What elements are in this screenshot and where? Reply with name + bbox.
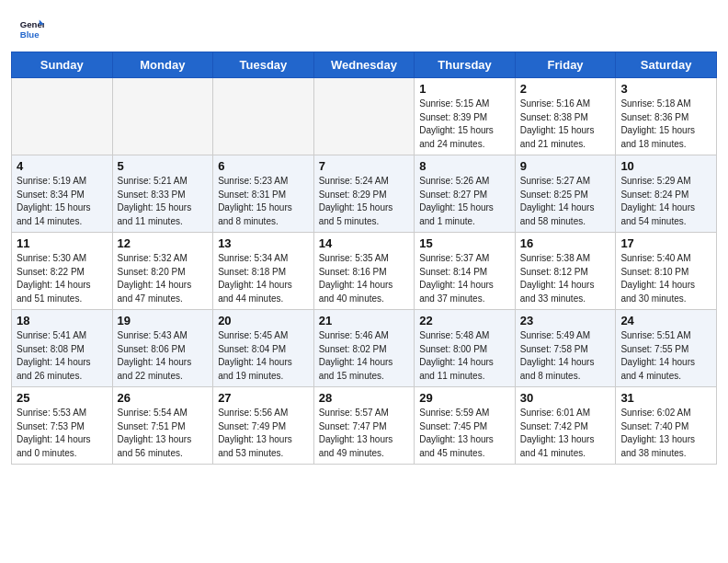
calendar-cell: 16Sunrise: 5:38 AM Sunset: 8:12 PM Dayli… <box>515 233 616 310</box>
cell-text: Sunrise: 5:53 AM Sunset: 7:53 PM Dayligh… <box>17 407 108 460</box>
calendar-cell: 9Sunrise: 5:27 AM Sunset: 8:25 PM Daylig… <box>515 155 616 233</box>
day-number: 15 <box>419 236 510 250</box>
cell-text: Sunrise: 5:23 AM Sunset: 8:31 PM Dayligh… <box>218 175 309 228</box>
day-number: 16 <box>520 236 611 250</box>
cell-text: Sunrise: 5:56 AM Sunset: 7:49 PM Dayligh… <box>218 407 309 460</box>
calendar-cell: 28Sunrise: 5:57 AM Sunset: 7:47 PM Dayli… <box>313 387 415 465</box>
calendar-table: SundayMondayTuesdayWednesdayThursdayFrid… <box>11 52 717 465</box>
week-row-2: 4Sunrise: 5:19 AM Sunset: 8:34 PM Daylig… <box>12 155 717 233</box>
day-number: 4 <box>17 159 108 173</box>
calendar-cell: 6Sunrise: 5:23 AM Sunset: 8:31 PM Daylig… <box>213 155 314 233</box>
cell-text: Sunrise: 5:48 AM Sunset: 8:00 PM Dayligh… <box>419 329 510 383</box>
calendar-cell <box>213 78 314 155</box>
day-number: 28 <box>319 391 410 405</box>
day-number: 18 <box>17 314 108 327</box>
calendar-cell: 4Sunrise: 5:19 AM Sunset: 8:34 PM Daylig… <box>12 155 113 233</box>
cell-text: Sunrise: 5:26 AM Sunset: 8:27 PM Dayligh… <box>419 175 510 228</box>
day-number: 29 <box>419 391 510 405</box>
cell-text: Sunrise: 5:46 AM Sunset: 8:02 PM Dayligh… <box>319 329 410 383</box>
calendar-cell: 22Sunrise: 5:48 AM Sunset: 8:00 PM Dayli… <box>415 310 516 387</box>
day-number: 30 <box>520 391 611 405</box>
weekday-sunday: Sunday <box>12 52 113 78</box>
day-number: 5 <box>118 159 209 173</box>
week-row-1: 1Sunrise: 5:15 AM Sunset: 8:39 PM Daylig… <box>12 78 717 155</box>
day-number: 13 <box>218 236 309 250</box>
calendar-cell <box>12 78 113 155</box>
cell-text: Sunrise: 5:16 AM Sunset: 8:38 PM Dayligh… <box>520 98 611 151</box>
calendar-cell: 17Sunrise: 5:40 AM Sunset: 8:10 PM Dayli… <box>616 233 717 310</box>
day-number: 19 <box>118 314 209 327</box>
weekday-wednesday: Wednesday <box>313 52 415 78</box>
day-number: 22 <box>419 314 510 327</box>
cell-text: Sunrise: 5:35 AM Sunset: 8:16 PM Dayligh… <box>319 252 410 305</box>
day-number: 17 <box>620 236 711 250</box>
day-number: 6 <box>218 159 309 173</box>
day-number: 21 <box>319 314 410 327</box>
cell-text: Sunrise: 5:27 AM Sunset: 8:25 PM Dayligh… <box>520 175 611 228</box>
week-row-5: 25Sunrise: 5:53 AM Sunset: 7:53 PM Dayli… <box>12 387 717 465</box>
day-number: 8 <box>419 159 510 173</box>
week-row-3: 11Sunrise: 5:30 AM Sunset: 8:22 PM Dayli… <box>12 233 717 310</box>
calendar-cell: 1Sunrise: 5:15 AM Sunset: 8:39 PM Daylig… <box>415 78 516 155</box>
day-number: 24 <box>620 314 711 327</box>
day-number: 10 <box>620 159 711 173</box>
weekday-saturday: Saturday <box>616 52 717 78</box>
calendar-cell: 3Sunrise: 5:18 AM Sunset: 8:36 PM Daylig… <box>616 78 717 155</box>
day-number: 9 <box>520 159 611 173</box>
day-number: 14 <box>319 236 410 250</box>
day-number: 26 <box>118 391 209 405</box>
day-number: 20 <box>218 314 309 327</box>
day-number: 27 <box>218 391 309 405</box>
cell-text: Sunrise: 5:30 AM Sunset: 8:22 PM Dayligh… <box>17 252 108 305</box>
calendar-cell: 12Sunrise: 5:32 AM Sunset: 8:20 PM Dayli… <box>112 233 213 310</box>
cell-text: Sunrise: 5:21 AM Sunset: 8:33 PM Dayligh… <box>118 175 209 228</box>
svg-text:Blue: Blue <box>20 29 40 40</box>
cell-text: Sunrise: 5:38 AM Sunset: 8:12 PM Dayligh… <box>520 252 611 305</box>
cell-text: Sunrise: 5:59 AM Sunset: 7:45 PM Dayligh… <box>419 407 510 460</box>
cell-text: Sunrise: 5:37 AM Sunset: 8:14 PM Dayligh… <box>419 252 510 305</box>
cell-text: Sunrise: 5:41 AM Sunset: 8:08 PM Dayligh… <box>17 329 108 383</box>
calendar-cell: 13Sunrise: 5:34 AM Sunset: 8:18 PM Dayli… <box>213 233 314 310</box>
calendar-cell: 15Sunrise: 5:37 AM Sunset: 8:14 PM Dayli… <box>415 233 516 310</box>
cell-text: Sunrise: 6:02 AM Sunset: 7:40 PM Dayligh… <box>620 407 711 460</box>
day-number: 7 <box>319 159 410 173</box>
cell-text: Sunrise: 5:18 AM Sunset: 8:36 PM Dayligh… <box>620 98 711 151</box>
calendar-cell: 11Sunrise: 5:30 AM Sunset: 8:22 PM Dayli… <box>12 233 113 310</box>
logo: General Blue <box>18 17 48 42</box>
cell-text: Sunrise: 5:40 AM Sunset: 8:10 PM Dayligh… <box>620 252 711 305</box>
cell-text: Sunrise: 5:45 AM Sunset: 8:04 PM Dayligh… <box>218 329 309 383</box>
cell-text: Sunrise: 5:49 AM Sunset: 7:58 PM Dayligh… <box>520 329 611 383</box>
cell-text: Sunrise: 5:15 AM Sunset: 8:39 PM Dayligh… <box>419 98 510 151</box>
calendar-cell: 26Sunrise: 5:54 AM Sunset: 7:51 PM Dayli… <box>112 387 213 465</box>
cell-text: Sunrise: 5:51 AM Sunset: 7:55 PM Dayligh… <box>620 329 711 383</box>
calendar-cell: 24Sunrise: 5:51 AM Sunset: 7:55 PM Dayli… <box>616 310 717 387</box>
calendar-cell: 8Sunrise: 5:26 AM Sunset: 8:27 PM Daylig… <box>415 155 516 233</box>
calendar-cell: 27Sunrise: 5:56 AM Sunset: 7:49 PM Dayli… <box>213 387 314 465</box>
day-number: 1 <box>419 82 510 96</box>
cell-text: Sunrise: 6:01 AM Sunset: 7:42 PM Dayligh… <box>520 407 611 460</box>
weekday-tuesday: Tuesday <box>213 52 314 78</box>
day-number: 25 <box>17 391 108 405</box>
logo-icon: General Blue <box>18 17 44 42</box>
weekday-monday: Monday <box>112 52 213 78</box>
calendar-cell: 14Sunrise: 5:35 AM Sunset: 8:16 PM Dayli… <box>313 233 415 310</box>
calendar-cell: 23Sunrise: 5:49 AM Sunset: 7:58 PM Dayli… <box>515 310 616 387</box>
day-number: 2 <box>520 82 611 96</box>
cell-text: Sunrise: 5:34 AM Sunset: 8:18 PM Dayligh… <box>218 252 309 305</box>
day-number: 11 <box>17 236 108 250</box>
calendar-cell: 30Sunrise: 6:01 AM Sunset: 7:42 PM Dayli… <box>515 387 616 465</box>
calendar-cell: 31Sunrise: 6:02 AM Sunset: 7:40 PM Dayli… <box>616 387 717 465</box>
weekday-friday: Friday <box>515 52 616 78</box>
day-number: 23 <box>520 314 611 327</box>
weekday-header-row: SundayMondayTuesdayWednesdayThursdayFrid… <box>12 52 717 78</box>
calendar-cell: 5Sunrise: 5:21 AM Sunset: 8:33 PM Daylig… <box>112 155 213 233</box>
calendar-cell: 18Sunrise: 5:41 AM Sunset: 8:08 PM Dayli… <box>12 310 113 387</box>
cell-text: Sunrise: 5:24 AM Sunset: 8:29 PM Dayligh… <box>319 175 410 228</box>
calendar-cell: 25Sunrise: 5:53 AM Sunset: 7:53 PM Dayli… <box>12 387 113 465</box>
cell-text: Sunrise: 5:19 AM Sunset: 8:34 PM Dayligh… <box>17 175 108 228</box>
calendar-cell <box>313 78 415 155</box>
day-number: 31 <box>620 391 711 405</box>
cell-text: Sunrise: 5:54 AM Sunset: 7:51 PM Dayligh… <box>118 407 209 460</box>
calendar-cell: 21Sunrise: 5:46 AM Sunset: 8:02 PM Dayli… <box>313 310 415 387</box>
cell-text: Sunrise: 5:32 AM Sunset: 8:20 PM Dayligh… <box>118 252 209 305</box>
